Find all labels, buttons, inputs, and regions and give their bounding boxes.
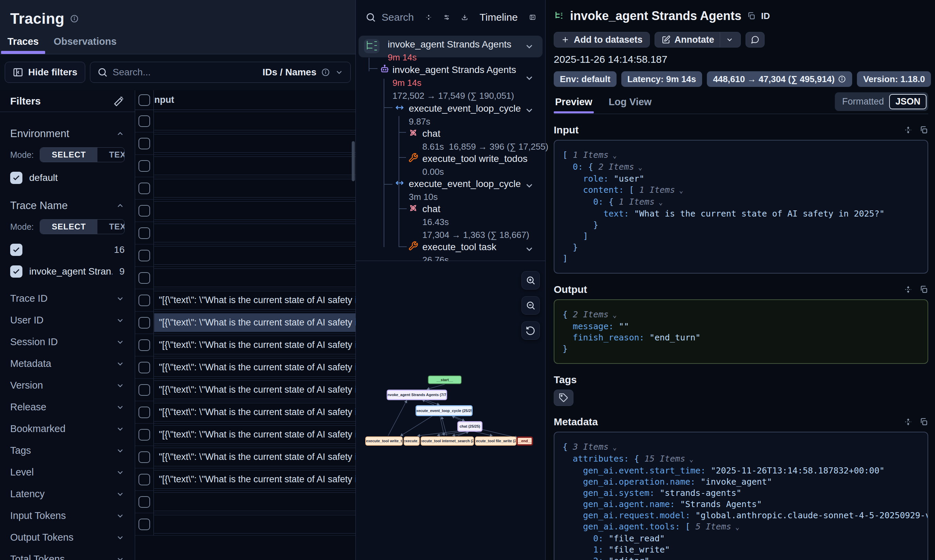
- fold-icon[interactable]: [904, 285, 913, 294]
- copy-icon[interactable]: [920, 285, 928, 294]
- copy-icon[interactable]: [747, 12, 756, 20]
- trace-name-option-invoke-agent[interactable]: invoke_agent Stran... 9: [10, 265, 125, 278]
- formatted-option[interactable]: Formatted: [836, 95, 889, 109]
- table-row[interactable]: "[{\"text\": \"What is the current state…: [135, 379, 356, 401]
- chevron-down-icon[interactable]: [726, 35, 734, 44]
- filter-level[interactable]: Level: [0, 462, 135, 483]
- row-checkbox[interactable]: [139, 339, 150, 351]
- json-option[interactable]: JSON: [889, 94, 927, 109]
- tree-node-execute_tool-write_todos[interactable]: execute_tool write_todos0.00s: [359, 150, 542, 172]
- filter-release[interactable]: Release: [0, 396, 135, 418]
- search-input[interactable]: Search... IDs / Names: [90, 62, 351, 83]
- tree-node-execute_tool-task[interactable]: execute_tool task26.76s: [359, 238, 542, 260]
- tab-traces[interactable]: Traces: [0, 36, 46, 54]
- metadata-json-viewer[interactable]: { 3 Items ⌄ attributes: { 15 Items ⌄ gen…: [554, 432, 928, 560]
- timeline-toggle[interactable]: Timeline: [480, 12, 518, 23]
- annotate-button[interactable]: Annotate: [655, 32, 741, 48]
- collapse-all-icon[interactable]: [425, 12, 432, 23]
- tab-observations[interactable]: Observations: [46, 36, 124, 54]
- row-checkbox[interactable]: [139, 295, 150, 306]
- column-header-input[interactable]: Input: [154, 95, 174, 105]
- agent-graph[interactable]: __start__invoke_agent Strands Agents (7/…: [356, 261, 545, 560]
- trace-name-option-blank[interactable]: 16: [10, 244, 125, 256]
- tab-preview[interactable]: Preview: [554, 93, 594, 113]
- table-row[interactable]: "[{\"text\": \"What is the current state…: [135, 334, 356, 356]
- table-row[interactable]: [135, 222, 356, 245]
- filter-bookmarked[interactable]: Bookmarked: [0, 418, 135, 440]
- tree-node-chat[interactable]: chat16.43s17,304 → 1,363 (∑ 18,667): [359, 200, 542, 234]
- chevron-down-icon[interactable]: [524, 244, 535, 254]
- filter-version[interactable]: Version: [0, 375, 135, 396]
- chevron-down-icon[interactable]: [524, 105, 535, 115]
- tree-search[interactable]: Search: [365, 12, 414, 23]
- tab-log-view[interactable]: Log View: [607, 93, 653, 113]
- table-row[interactable]: [135, 513, 356, 535]
- tree-node-invoke_agent-strands-agents[interactable]: invoke_agent Strands Agents9m 14s: [359, 35, 542, 57]
- graph-node-end[interactable]: __end__: [516, 437, 533, 446]
- search-mode-label[interactable]: IDs / Names: [262, 67, 316, 78]
- row-checkbox[interactable]: [139, 250, 150, 262]
- table-row[interactable]: "[{\"text\": \"What is the current state…: [135, 356, 356, 379]
- panel-collapse-icon[interactable]: [529, 12, 536, 23]
- checkbox-checked[interactable]: [10, 172, 22, 184]
- filter-environment-header[interactable]: Environment: [10, 128, 125, 140]
- fold-icon[interactable]: [904, 126, 913, 134]
- zoom-out-button[interactable]: [522, 296, 540, 315]
- chevron-down-icon[interactable]: [524, 42, 535, 52]
- table-row[interactable]: [135, 177, 356, 200]
- graph-node-loop[interactable]: execute_event_loop_cycle (25/25): [416, 405, 473, 416]
- filter-tags[interactable]: Tags: [0, 440, 135, 461]
- table-row[interactable]: [135, 155, 356, 177]
- row-checkbox[interactable]: [139, 518, 150, 530]
- add-to-datasets-button[interactable]: Add to datasets: [554, 32, 650, 48]
- filter-trace-id[interactable]: Trace ID: [0, 288, 135, 309]
- hide-filters-button[interactable]: Hide filters: [5, 62, 85, 83]
- table-scrollbar[interactable]: [352, 141, 355, 181]
- graph-node-tool[interactable]: execute_tool internet_search (26: [421, 437, 474, 446]
- row-checkbox[interactable]: [139, 384, 150, 396]
- table-row[interactable]: "[{\"text\": \"What is the current state…: [135, 289, 356, 312]
- settings-icon[interactable]: [444, 12, 450, 23]
- chevron-down-icon[interactable]: [524, 73, 535, 83]
- tokens-badge[interactable]: 448,610 → 47,304 (∑ 495,914): [707, 71, 852, 87]
- table-row[interactable]: [135, 132, 356, 155]
- table-row[interactable]: "[{\"text\": \"What is the current state…: [135, 446, 356, 468]
- reset-view-button[interactable]: [522, 322, 540, 340]
- row-checkbox[interactable]: [139, 160, 150, 172]
- table-row[interactable]: [135, 200, 356, 222]
- table-row[interactable]: [135, 110, 356, 132]
- row-checkbox[interactable]: [139, 451, 150, 463]
- filter-metadata[interactable]: Metadata: [0, 353, 135, 374]
- copy-icon[interactable]: [920, 126, 928, 134]
- environment-option-default[interactable]: default: [10, 172, 125, 184]
- comment-button[interactable]: [746, 32, 764, 48]
- row-checkbox[interactable]: [139, 183, 150, 194]
- mode-select-option[interactable]: SELECT: [40, 220, 97, 234]
- filter-total-tokens[interactable]: Total Tokens: [0, 548, 135, 560]
- row-checkbox[interactable]: [139, 228, 150, 239]
- graph-node-chat[interactable]: chat (25/25): [457, 421, 482, 432]
- select-all-checkbox[interactable]: [139, 94, 150, 106]
- row-checkbox[interactable]: [139, 406, 150, 418]
- table-row[interactable]: "[{\"text\": \"What is the current state…: [135, 312, 356, 334]
- row-checkbox[interactable]: [139, 205, 150, 217]
- add-tag-button[interactable]: [554, 390, 573, 406]
- input-json-viewer[interactable]: [ 1 Items ⌄ 0: { 2 Items ⌄ role: "user" …: [554, 140, 928, 274]
- row-checkbox[interactable]: [139, 138, 150, 149]
- filter-latency[interactable]: Latency: [0, 483, 135, 505]
- table-row[interactable]: "[{\"text\": \"What is the current state…: [135, 468, 356, 491]
- chevron-down-icon[interactable]: [335, 68, 344, 77]
- tree-node-execute_event_loop_cycle[interactable]: execute_event_loop_cycle9.87s: [359, 100, 542, 121]
- chevron-down-icon[interactable]: [524, 180, 535, 191]
- filter-input-tokens[interactable]: Input Tokens: [0, 505, 135, 526]
- mode-text-option[interactable]: TEXT: [97, 220, 125, 234]
- mode-text-option[interactable]: TEXT: [97, 148, 125, 162]
- row-checkbox[interactable]: [139, 474, 150, 485]
- wand-icon[interactable]: [114, 96, 125, 106]
- fold-icon[interactable]: [904, 417, 913, 426]
- graph-node-tool[interactable]: execute_tool write_t: [365, 437, 403, 446]
- filter-user-id[interactable]: User ID: [0, 309, 135, 331]
- filter-session-id[interactable]: Session ID: [0, 331, 135, 352]
- detail-scroll-area[interactable]: Input [ 1 Items ⌄ 0: { 2 Items ⌄ role: "…: [554, 114, 928, 560]
- zoom-in-button[interactable]: [522, 271, 540, 289]
